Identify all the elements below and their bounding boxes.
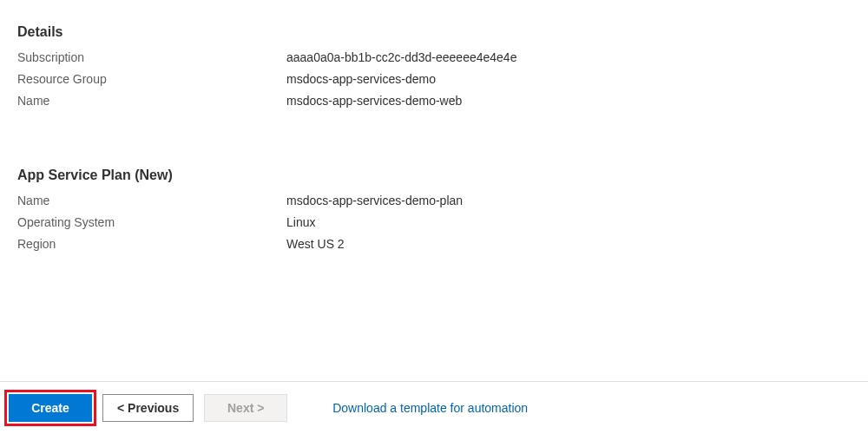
- detail-row-subscription: Subscription aaaa0a0a-bb1b-cc2c-dd3d-eee…: [17, 50, 851, 64]
- summary-panel: Details Subscription aaaa0a0a-bb1b-cc2c-…: [0, 0, 868, 251]
- detail-label: Resource Group: [17, 72, 286, 86]
- plan-label: Operating System: [17, 215, 286, 229]
- plan-value: Linux: [286, 215, 315, 229]
- app-service-plan-heading: App Service Plan (New): [17, 168, 851, 183]
- details-heading: Details: [17, 24, 851, 40]
- plan-label: Name: [17, 194, 286, 207]
- plan-label: Region: [17, 237, 286, 251]
- detail-value: aaaa0a0a-bb1b-cc2c-dd3d-eeeeee4e4e4e: [286, 50, 516, 64]
- detail-row-resource-group: Resource Group msdocs-app-services-demo: [17, 72, 851, 86]
- download-template-link[interactable]: Download a template for automation: [332, 401, 528, 415]
- next-button: Next >: [204, 394, 287, 422]
- detail-value: msdocs-app-services-demo-web: [286, 94, 462, 108]
- plan-row-os: Operating System Linux: [17, 215, 851, 229]
- create-button[interactable]: Create: [9, 394, 92, 422]
- plan-row-region: Region West US 2: [17, 237, 851, 251]
- detail-label: Subscription: [17, 50, 286, 64]
- detail-value: msdocs-app-services-demo: [286, 72, 436, 86]
- plan-row-name: Name msdocs-app-services-demo-plan: [17, 194, 851, 207]
- plan-value: msdocs-app-services-demo-plan: [286, 194, 463, 207]
- plan-value: West US 2: [286, 237, 345, 251]
- previous-button[interactable]: < Previous: [102, 394, 194, 422]
- wizard-footer: Create < Previous Next > Download a temp…: [0, 381, 868, 434]
- detail-label: Name: [17, 94, 286, 108]
- detail-row-name: Name msdocs-app-services-demo-web: [17, 94, 851, 108]
